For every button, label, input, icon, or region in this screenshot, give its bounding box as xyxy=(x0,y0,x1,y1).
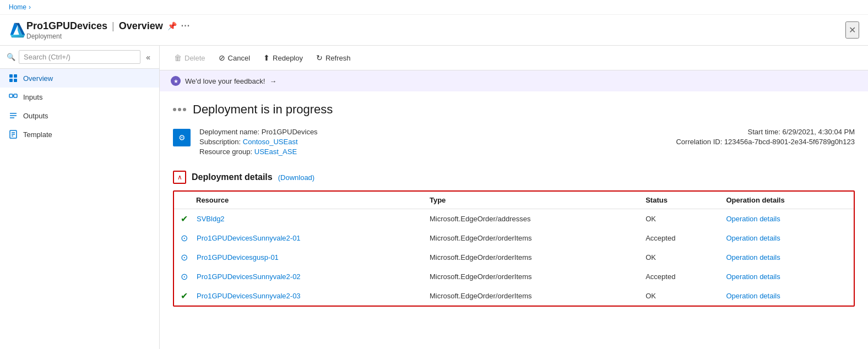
correlation-value: 123456a-7bcd-8901-2e34-5f6789g0h123 xyxy=(724,138,855,146)
outputs-icon xyxy=(9,111,18,120)
collapse-sidebar-button[interactable]: « xyxy=(144,52,153,63)
main-layout: 🔍 « Overview Inputs Outputs xyxy=(0,46,868,349)
resource-cell: ✔SVBldg2 xyxy=(174,209,423,229)
status-cell: OK xyxy=(639,248,719,267)
delete-icon: 🗑 xyxy=(174,53,182,62)
download-link[interactable]: (Download) xyxy=(278,173,314,182)
table-row: ✔SVBldg2Microsoft.EdgeOrder/addressesOKO… xyxy=(174,209,854,229)
resource-link[interactable]: Pro1GPUDevicesSunnyvale2-01 xyxy=(197,234,301,242)
resource-cell: ⊙Pro1GPUDevicesgusp-01 xyxy=(174,248,423,267)
close-button[interactable]: ✕ xyxy=(845,21,859,39)
toolbar: 🗑 Delete ⊘ Cancel ⬆ Redeploy ↻ Refresh xyxy=(160,46,868,70)
deployment-times: Start time: 6/29/2021, 4:30:04 PM Correl… xyxy=(676,128,855,148)
svg-rect-9 xyxy=(14,94,17,97)
resource-cell: ✔Pro1GPUDevicesSunnyvale2-03 xyxy=(174,286,423,306)
section-name: Overview xyxy=(119,20,163,32)
status-cell: Accepted xyxy=(639,228,719,248)
refresh-button[interactable]: ↻ Refresh xyxy=(311,50,356,66)
resource-link[interactable]: SVBldg2 xyxy=(197,215,225,223)
sidebar-item-template-label: Template xyxy=(23,130,52,139)
main-content: 🗑 Delete ⊘ Cancel ⬆ Redeploy ↻ Refresh ★… xyxy=(160,46,868,349)
type-cell: Microsoft.EdgeOrder/orderItems xyxy=(423,286,639,306)
search-input[interactable] xyxy=(19,50,140,64)
sidebar-item-outputs[interactable]: Outputs xyxy=(0,106,159,125)
deployment-section: Deployment is in progress ⚙ Deployment n… xyxy=(160,91,868,318)
header-subtitle: Deployment xyxy=(26,32,845,40)
sidebar-item-template[interactable]: Template xyxy=(0,125,159,144)
status-cell: OK xyxy=(639,286,719,306)
redeploy-button[interactable]: ⬆ Redeploy xyxy=(258,50,308,66)
type-cell: Microsoft.EdgeOrder/orderItems xyxy=(423,228,639,248)
rg-line: Resource group: USEast_ASE xyxy=(199,148,667,156)
operation-details-link[interactable]: Operation details xyxy=(726,253,780,261)
progress-status-icon: ⊙ xyxy=(181,233,188,243)
table-row: ⊙Pro1GPUDevicesSunnyvale2-02Microsoft.Ed… xyxy=(174,267,854,286)
col-resource: Resource xyxy=(174,192,423,209)
col-type: Type xyxy=(423,192,639,209)
dep-name-value: Pro1GPUDevices xyxy=(262,128,318,136)
start-label: Start time: xyxy=(748,128,780,136)
delete-label: Delete xyxy=(185,54,205,62)
collapse-details-button[interactable]: ∧ xyxy=(173,171,186,184)
deployment-status-text: Deployment is in progress xyxy=(193,102,333,117)
operation-cell: Operation details xyxy=(719,248,854,267)
resource-link[interactable]: Pro1GPUDevicesgusp-01 xyxy=(197,253,279,261)
cancel-button[interactable]: ⊘ Cancel xyxy=(213,50,256,66)
svg-rect-4 xyxy=(9,74,13,78)
delete-button[interactable]: 🗑 Delete xyxy=(169,50,211,66)
search-icon: 🔍 xyxy=(7,53,15,61)
feedback-banner: ★ We'd love your feedback! → xyxy=(160,70,868,91)
sidebar-item-inputs[interactable]: Inputs xyxy=(0,88,159,106)
resource-cell: ⊙Pro1GPUDevicesSunnyvale2-01 xyxy=(174,228,423,248)
ok-status-icon: ✔ xyxy=(181,291,188,301)
dep-name-label: Deployment name: xyxy=(199,128,259,136)
sub-label: Subscription: xyxy=(199,138,241,146)
operation-details-link[interactable]: Operation details xyxy=(726,292,780,300)
type-cell: Microsoft.EdgeOrder/addresses xyxy=(423,209,639,229)
svg-marker-2 xyxy=(10,35,25,37)
sidebar-item-overview[interactable]: Overview xyxy=(0,69,159,88)
operation-details-link[interactable]: Operation details xyxy=(726,215,780,223)
deployment-icon: ⚙ xyxy=(173,129,191,146)
status-cell: OK xyxy=(639,209,719,229)
azure-logo-icon xyxy=(9,21,26,39)
resource-link[interactable]: Pro1GPUDevicesSunnyvale2-02 xyxy=(197,272,301,281)
operation-details-link[interactable]: Operation details xyxy=(726,234,780,242)
title-separator: | xyxy=(112,20,115,32)
sidebar-item-outputs-label: Outputs xyxy=(23,112,48,120)
operation-details-link[interactable]: Operation details xyxy=(726,272,780,281)
template-icon xyxy=(9,130,18,139)
deployment-name-line: Deployment name: Pro1GPUDevices xyxy=(199,128,667,136)
redeploy-icon: ⬆ xyxy=(263,53,270,62)
col-operation: Operation details xyxy=(719,192,854,209)
operation-cell: Operation details xyxy=(719,228,854,248)
feedback-arrow[interactable]: → xyxy=(269,77,276,85)
deployment-table: Resource Type Status Operation details ✔… xyxy=(174,192,854,306)
sidebar: 🔍 « Overview Inputs Outputs xyxy=(0,46,160,349)
search-box: 🔍 « xyxy=(0,46,159,69)
deployment-meta: Deployment name: Pro1GPUDevices Subscrip… xyxy=(199,128,667,157)
rg-label: Resource group: xyxy=(199,148,252,156)
type-cell: Microsoft.EdgeOrder/orderItems xyxy=(423,248,639,267)
rg-value-link[interactable]: USEast_ASE xyxy=(254,148,297,156)
more-options-icon[interactable]: ··· xyxy=(181,21,190,31)
col-status: Status xyxy=(639,192,719,209)
inputs-icon xyxy=(9,92,18,101)
pin-icon[interactable]: 📌 xyxy=(167,21,177,30)
resource-link[interactable]: Pro1GPUDevicesSunnyvale2-03 xyxy=(197,292,301,300)
subscription-line: Subscription: Contoso_USEast xyxy=(199,138,667,146)
start-time-line: Start time: 6/29/2021, 4:30:04 PM xyxy=(676,128,855,136)
svg-rect-7 xyxy=(14,79,17,82)
progress-status-icon: ⊙ xyxy=(181,271,188,282)
refresh-icon: ↻ xyxy=(316,53,323,62)
deployment-table-wrapper: Resource Type Status Operation details ✔… xyxy=(173,190,855,307)
operation-cell: Operation details xyxy=(719,286,854,306)
refresh-label: Refresh xyxy=(326,54,351,62)
details-header: ∧ Deployment details (Download) xyxy=(173,171,855,184)
correlation-label: Correlation ID: xyxy=(676,138,722,146)
type-cell: Microsoft.EdgeOrder/orderItems xyxy=(423,267,639,286)
breadcrumb-home[interactable]: Home xyxy=(9,3,26,11)
breadcrumb: Home › xyxy=(0,0,868,15)
sub-value-link[interactable]: Contoso_USEast xyxy=(243,138,298,146)
progress-status-icon: ⊙ xyxy=(181,252,188,263)
